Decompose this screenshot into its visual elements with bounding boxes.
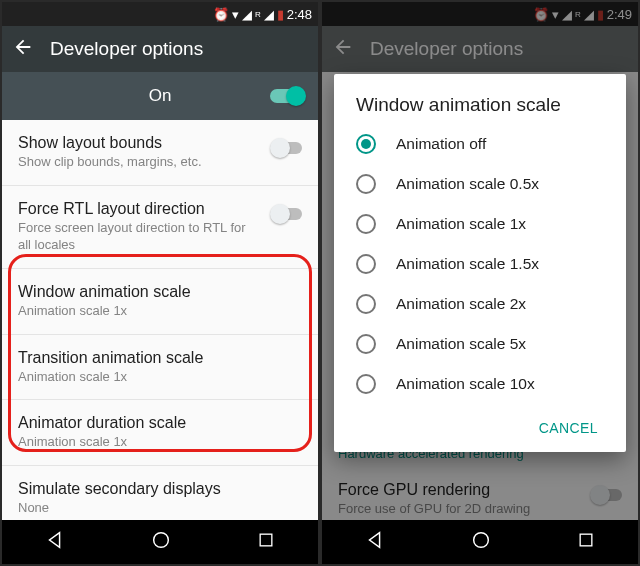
signal-icon-2: ◢ [264, 7, 274, 22]
option-animation-10x[interactable]: Animation scale 10x [334, 364, 626, 404]
item-title: Animator duration scale [18, 414, 302, 432]
nav-home-icon[interactable] [470, 529, 492, 555]
dialog-title: Window animation scale [334, 94, 626, 124]
clock: 2:48 [287, 7, 312, 22]
master-switch-label: On [149, 86, 172, 106]
toggle-switch[interactable] [272, 208, 302, 220]
item-subtitle: Animation scale 1x [18, 369, 258, 386]
nav-bar [2, 520, 318, 564]
signal-icon: ◢ [242, 7, 252, 22]
item-title: Force RTL layout direction [18, 200, 302, 218]
setting-transition-animation[interactable]: Transition animation scale Animation sca… [2, 335, 318, 401]
item-subtitle: Force screen layout direction to RTL for… [18, 220, 258, 254]
radio-icon [356, 254, 376, 274]
option-animation-off[interactable]: Animation off [334, 124, 626, 164]
setting-show-layout-bounds[interactable]: Show layout bounds Show clip bounds, mar… [2, 120, 318, 186]
option-animation-0-5x[interactable]: Animation scale 0.5x [334, 164, 626, 204]
svg-point-0 [154, 533, 169, 548]
item-title: Transition animation scale [18, 349, 302, 367]
back-icon[interactable] [12, 36, 34, 62]
settings-list: Show layout bounds Show clip bounds, mar… [2, 120, 318, 520]
network-indicator: R [255, 10, 261, 19]
radio-icon [356, 134, 376, 154]
appbar-title: Developer options [50, 38, 203, 60]
setting-animator-duration[interactable]: Animator duration scale Animation scale … [2, 400, 318, 466]
battery-icon: ▮ [277, 7, 284, 22]
cancel-button[interactable]: CANCEL [529, 412, 608, 444]
nav-bar [322, 520, 638, 564]
master-switch-bar[interactable]: On [2, 72, 318, 120]
item-subtitle: Animation scale 1x [18, 434, 258, 451]
toggle-switch[interactable] [272, 142, 302, 154]
radio-icon [356, 174, 376, 194]
status-bar: ⏰ ▾ ◢ R ◢ ▮ 2:48 [2, 2, 318, 26]
item-title: Show layout bounds [18, 134, 302, 152]
option-animation-1x[interactable]: Animation scale 1x [334, 204, 626, 244]
nav-back-icon[interactable] [364, 529, 386, 555]
screenshot-right: ⏰ ▾ ◢ R ◢ ▮ 2:49 Developer options FF lo… [322, 2, 638, 564]
svg-rect-1 [260, 534, 272, 546]
option-animation-2x[interactable]: Animation scale 2x [334, 284, 626, 324]
master-switch[interactable] [270, 89, 304, 103]
option-animation-5x[interactable]: Animation scale 5x [334, 324, 626, 364]
svg-point-2 [474, 533, 489, 548]
nav-home-icon[interactable] [150, 529, 172, 555]
svg-rect-3 [580, 534, 592, 546]
radio-icon [356, 374, 376, 394]
item-subtitle: Show clip bounds, margins, etc. [18, 154, 258, 171]
setting-force-rtl[interactable]: Force RTL layout direction Force screen … [2, 186, 318, 269]
item-title: Simulate secondary displays [18, 480, 302, 498]
nav-recents-icon[interactable] [576, 530, 596, 554]
radio-icon [356, 294, 376, 314]
item-title: Window animation scale [18, 283, 302, 301]
option-animation-1-5x[interactable]: Animation scale 1.5x [334, 244, 626, 284]
app-bar: Developer options [2, 26, 318, 72]
radio-icon [356, 334, 376, 354]
setting-simulate-displays[interactable]: Simulate secondary displays None [2, 466, 318, 520]
item-subtitle: Animation scale 1x [18, 303, 258, 320]
screenshot-left: ⏰ ▾ ◢ R ◢ ▮ 2:48 Developer options On Sh… [2, 2, 318, 564]
nav-recents-icon[interactable] [256, 530, 276, 554]
wifi-icon: ▾ [232, 7, 239, 22]
radio-icon [356, 214, 376, 234]
animation-scale-dialog: Window animation scale Animation off Ani… [334, 74, 626, 452]
item-subtitle: None [18, 500, 258, 517]
setting-window-animation[interactable]: Window animation scale Animation scale 1… [2, 269, 318, 335]
alarm-icon: ⏰ [213, 7, 229, 22]
nav-back-icon[interactable] [44, 529, 66, 555]
